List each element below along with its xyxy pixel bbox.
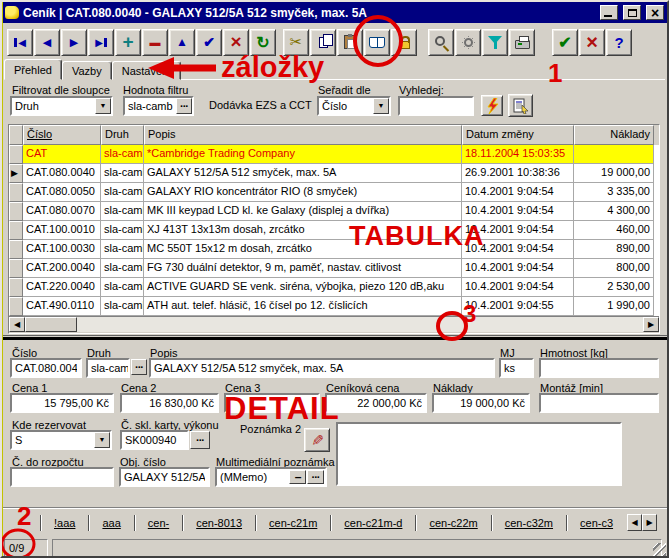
paste-button[interactable]	[337, 29, 363, 56]
title-bar[interactable]: Ceník | CAT.080.0040 - GALAXY 512/5A 512…	[2, 2, 667, 23]
cancel-button[interactable]	[579, 29, 605, 56]
table-row[interactable]: CAT.080.0050sla-cambGALAXY RIO koncentrá…	[9, 183, 659, 202]
filter-button[interactable]	[482, 29, 508, 56]
tab-nastaveni[interactable]: Nastavení	[112, 61, 182, 80]
table-row[interactable]: CAT.200.0040sla-cambFG 730 duální detekt…	[9, 259, 659, 278]
table-row[interactable]: CAT.490.0110sla-cambATH aut. telef. hlás…	[9, 297, 659, 316]
scroll-right-arrow[interactable]: ▶	[643, 317, 659, 332]
table-row[interactable]: CAT.100.0010sla-cambXJ 413T 13x13m dosah…	[9, 221, 659, 240]
cena1-field[interactable]	[10, 393, 114, 413]
delete-record-button[interactable]	[142, 29, 168, 56]
search-input[interactable]	[398, 96, 474, 116]
rozpocet-field[interactable]	[10, 467, 114, 487]
table-row[interactable]: CAT.080.0070sla-cambMK III keypad LCD kl…	[9, 202, 659, 221]
copy-icon	[319, 37, 328, 48]
column-header[interactable]: Druh	[101, 125, 144, 145]
filter-value-input[interactable]: sla-camb	[123, 96, 194, 116]
insert-record-button[interactable]	[115, 29, 141, 56]
tabs-scroll-left-arrow[interactable]: ◀	[627, 514, 642, 531]
confirm-button[interactable]	[552, 29, 578, 56]
minimize-button[interactable]	[600, 5, 618, 20]
table-row[interactable]: CATsla-camb*Cambridge Trading Company18.…	[9, 145, 659, 164]
montaz-field[interactable]	[539, 393, 659, 413]
cenikova-field[interactable]	[325, 393, 427, 413]
naklady-field[interactable]	[432, 393, 530, 413]
prior-record-button[interactable]	[34, 29, 60, 56]
note-button[interactable]	[304, 428, 330, 452]
bottom-tab[interactable]: cen-c3	[567, 515, 626, 531]
druh-field[interactable]: sla-camb	[86, 358, 130, 378]
quick-filter-button[interactable]	[481, 95, 503, 116]
edit-record-button[interactable]	[169, 29, 195, 56]
cena2-field[interactable]	[120, 393, 219, 413]
skl-karty-lookup-button[interactable]	[190, 431, 210, 449]
price-list-book-button[interactable]	[364, 29, 390, 56]
column-header[interactable]: Náklady	[574, 125, 654, 145]
mmemo-minus-button[interactable]	[289, 470, 306, 484]
cislo-field[interactable]	[10, 358, 82, 378]
tab-vazby[interactable]: Vazby	[62, 61, 112, 80]
column-header[interactable]: Popis	[144, 125, 462, 145]
tabs-scroll-right-arrow[interactable]: ▶	[642, 514, 657, 531]
bottom-tab[interactable]: cen-c21m	[256, 515, 330, 531]
chevron-down-icon[interactable]	[95, 98, 111, 114]
sort-combo[interactable]: Číslo	[317, 96, 391, 116]
report-lookup-button[interactable]	[508, 94, 533, 117]
green-check-icon	[558, 33, 571, 52]
lock-icon	[399, 41, 410, 49]
popis-field[interactable]	[149, 358, 495, 378]
resize-grip[interactable]	[653, 543, 666, 556]
cancel-edit-button[interactable]	[223, 29, 249, 56]
lightning-icon	[486, 98, 499, 114]
druh-lookup-button[interactable]	[131, 359, 147, 375]
filter-column-combo[interactable]: Druh	[10, 96, 113, 116]
grid-hscrollbar[interactable]: ◀ ▶	[9, 316, 659, 332]
scroll-thumb[interactable]	[25, 317, 77, 332]
next-record-icon	[70, 36, 78, 49]
cell: sla-camb	[101, 145, 144, 164]
table-row[interactable]: CAT.220.0040sla-cambACTIVE GUARD SE venk…	[9, 278, 659, 297]
help-button[interactable]	[606, 29, 632, 56]
column-header[interactable]: Číslo	[23, 125, 101, 145]
last-record-button[interactable]	[88, 29, 114, 56]
scroll-track[interactable]	[77, 317, 643, 332]
search-button[interactable]	[428, 29, 454, 56]
close-button[interactable]	[646, 5, 664, 20]
print-button[interactable]	[509, 29, 535, 56]
poznamka2-textarea[interactable]	[336, 422, 622, 486]
app-window: Ceník | CAT.080.0040 - GALAXY 512/5A 512…	[0, 0, 669, 558]
first-record-button[interactable]	[7, 29, 33, 56]
hmotnost-field[interactable]	[539, 358, 659, 378]
refresh-button[interactable]	[250, 29, 276, 56]
bottom-tab[interactable]: !aaa	[41, 515, 88, 531]
cut-button[interactable]	[283, 29, 309, 56]
skl-karty-field[interactable]	[120, 430, 189, 450]
table-row[interactable]: CAT.100.0030sla-cambMC 550T 15x12 m dosa…	[9, 240, 659, 259]
settings-button[interactable]	[455, 29, 481, 56]
chevron-down-icon[interactable]	[373, 98, 389, 114]
bottom-tab[interactable]: aaa	[89, 515, 133, 531]
mmemo-field[interactable]: (MMemo)	[215, 467, 327, 487]
permissions-lock-button[interactable]	[391, 29, 417, 56]
chevron-down-icon[interactable]	[94, 432, 110, 448]
tab-prehled[interactable]: Přehled	[4, 59, 62, 80]
next-record-button[interactable]	[61, 29, 87, 56]
bottom-tab[interactable]: cen-	[135, 515, 182, 531]
bottom-tab[interactable]: cen-c32m	[492, 515, 566, 531]
obj-cislo-field[interactable]	[119, 467, 210, 487]
kde-rezervovat-combo[interactable]: S	[10, 430, 112, 450]
ellipsis-icon[interactable]	[176, 98, 192, 114]
table-row[interactable]: ▶CAT.080.0040sla-cambGALAXY 512/5A 512 s…	[9, 164, 659, 183]
bottom-tab[interactable]: cen-8013	[183, 515, 255, 531]
scroll-left-arrow[interactable]: ◀	[9, 317, 25, 332]
bottom-tab[interactable]: cen-c22m	[416, 515, 490, 531]
copy-button[interactable]	[310, 29, 336, 56]
cell: ATH aut. telef. hlásič, 16 čísel po 12. …	[144, 297, 462, 316]
column-header[interactable]: Datum změny	[462, 125, 574, 145]
post-edit-button[interactable]	[196, 29, 222, 56]
mmemo-open-button[interactable]	[307, 470, 324, 484]
bottom-tab[interactable]: cen-c21m-d	[331, 515, 415, 531]
maximize-button[interactable]	[623, 5, 641, 20]
cena3-field[interactable]	[224, 393, 320, 413]
mj-field[interactable]	[499, 358, 534, 378]
